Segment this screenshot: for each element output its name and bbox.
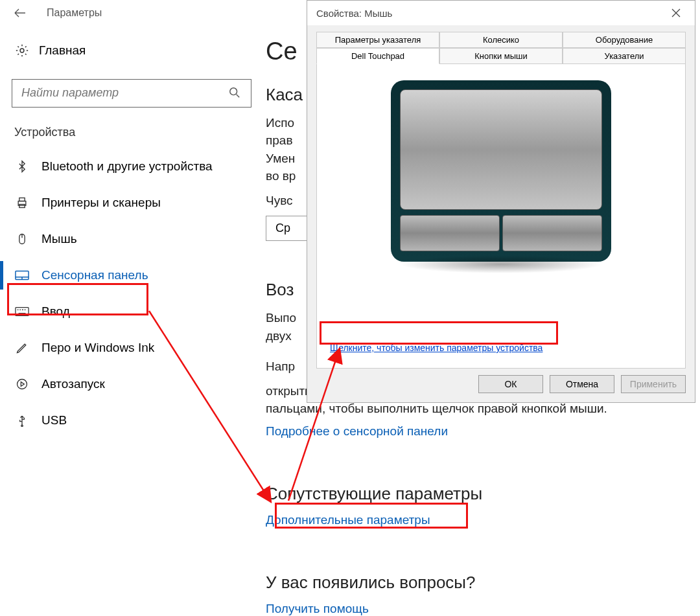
search-icon: [229, 87, 242, 100]
sidebar-item-keyboard[interactable]: Ввод: [0, 293, 266, 330]
sidebar-item-usb[interactable]: USB: [0, 402, 266, 439]
tab-wheel[interactable]: Колесико: [439, 32, 563, 48]
search-input[interactable]: [21, 86, 203, 100]
sidebar-item-label: USB: [41, 413, 67, 428]
mouse-icon: [14, 231, 30, 247]
tab-mouse-buttons[interactable]: Кнопки мыши: [439, 48, 563, 64]
sidebar-home[interactable]: Главная: [0, 38, 266, 63]
back-arrow-icon[interactable]: [14, 7, 26, 19]
apply-button[interactable]: Применить: [621, 375, 686, 393]
dialog-titlebar: Свойства: Мышь: [307, 1, 695, 25]
tab-dell-touchpad[interactable]: Dell Touchpad: [316, 48, 439, 64]
search-box[interactable]: [12, 79, 251, 108]
sidebar-item-label: Мышь: [41, 232, 77, 246]
tab-hardware[interactable]: Оборудование: [563, 32, 686, 48]
group-title: Устройства: [0, 123, 266, 148]
cancel-button[interactable]: Отмена: [550, 375, 614, 393]
sidebar-item-label: Bluetooth и другие устройства: [41, 159, 213, 174]
touchpad-icon: [14, 268, 30, 283]
section-heading: У вас появились вопросы?: [266, 573, 700, 593]
tab-panel: Щелкните, чтобы изменить параметры устро…: [316, 64, 686, 369]
learn-more-link[interactable]: Подробнее о сенсорной панели: [266, 424, 700, 439]
sidebar-item-label: Автозапуск: [41, 377, 105, 391]
home-label: Главная: [39, 43, 86, 58]
sidebar-item-label: Принтеры и сканеры: [41, 196, 161, 210]
tab-pointer-options[interactable]: Параметры указателя: [316, 32, 439, 48]
touchpad-buttons-icon: [400, 215, 602, 251]
sidebar-item-printer[interactable]: Принтеры и сканеры: [0, 185, 266, 221]
header-title: Параметры: [47, 7, 102, 19]
bluetooth-icon: [14, 159, 30, 174]
sidebar-item-label: Перо и Windows Ink: [41, 341, 154, 355]
touchpad-graphic: [391, 80, 611, 262]
dialog-title: Свойства: Мышь: [316, 8, 392, 19]
svg-point-1: [230, 87, 237, 95]
svg-point-0: [20, 49, 24, 52]
additional-settings-link[interactable]: Дополнительные параметры: [266, 513, 700, 527]
usb-icon: [14, 413, 30, 428]
tab-pointers[interactable]: Указатели: [563, 48, 686, 64]
close-button[interactable]: [660, 3, 692, 23]
sidebar-item-mouse[interactable]: Мышь: [0, 221, 266, 257]
dialog-button-row: ОК Отмена Применить: [316, 369, 686, 393]
ok-button[interactable]: ОК: [478, 375, 543, 393]
sidebar-item-bluetooth[interactable]: Bluetooth и другие устройства: [0, 148, 266, 185]
get-help-link[interactable]: Получить помощь: [266, 602, 700, 616]
section-heading: Сопутствующие параметры: [266, 484, 700, 504]
sidebar: Главная Устройства Bluetooth и другие ус…: [0, 26, 266, 616]
sidebar-item-label: Ввод: [41, 304, 70, 319]
svg-rect-3: [19, 198, 25, 201]
change-device-settings-link[interactable]: Щелкните, чтобы изменить параметры устро…: [330, 343, 542, 353]
svg-rect-10: [16, 307, 29, 315]
pen-icon: [14, 340, 30, 356]
printer-icon: [14, 195, 30, 211]
mouse-properties-dialog: Свойства: Мышь Параметры указателя Колес…: [307, 0, 695, 403]
sidebar-item-pen[interactable]: Перо и Windows Ink: [0, 330, 266, 366]
sidebar-item-autoplay[interactable]: Автозапуск: [0, 366, 266, 402]
tab-strip: Параметры указателя Колесико Оборудовани…: [316, 32, 686, 64]
keyboard-icon: [14, 304, 30, 319]
touchpad-surface-icon: [400, 89, 602, 210]
sidebar-item-label: Сенсорная панель: [41, 268, 148, 282]
gear-icon: [14, 43, 30, 58]
autoplay-icon: [14, 376, 30, 392]
sidebar-item-touchpad[interactable]: Сенсорная панель: [0, 257, 266, 293]
svg-rect-4: [19, 204, 25, 207]
svg-point-16: [18, 379, 27, 389]
